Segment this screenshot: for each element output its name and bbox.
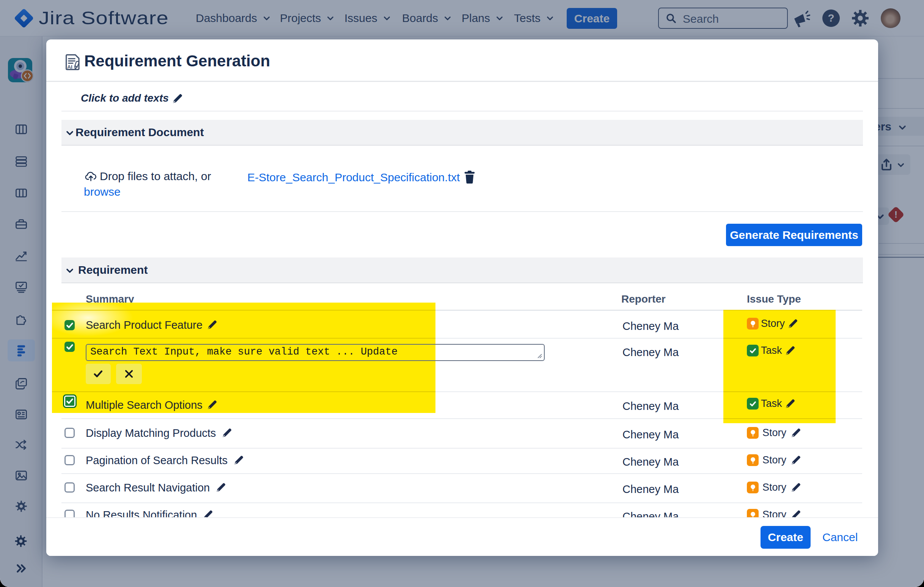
- svg-text:AI: AI: [67, 64, 72, 70]
